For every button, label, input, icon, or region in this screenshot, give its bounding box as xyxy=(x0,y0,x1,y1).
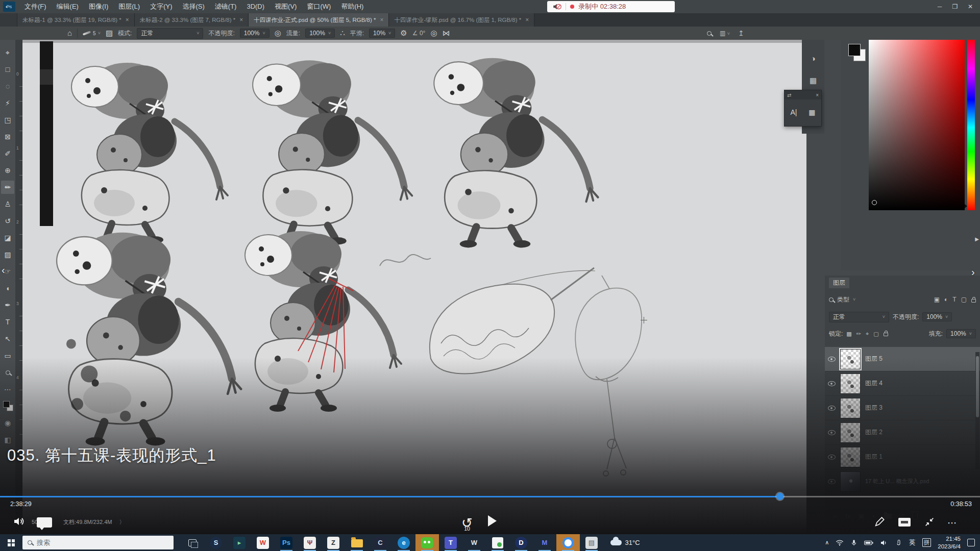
clone-stamp-tool[interactable]: ♙ xyxy=(1,197,14,211)
edge-browser[interactable]: e xyxy=(392,534,415,551)
layer-opacity-select[interactable]: 100%˅ xyxy=(922,312,952,321)
move-tool[interactable]: ⌖ xyxy=(1,46,14,59)
pressure-size-icon[interactable]: ◎ xyxy=(430,28,437,39)
wechat[interactable] xyxy=(415,534,439,551)
lasso-tool[interactable]: ◌ xyxy=(1,80,14,93)
panel-close-icon[interactable]: × xyxy=(816,92,819,98)
brush-preset-picker[interactable]: 5 ˅ xyxy=(83,31,101,36)
layer-thumbnail[interactable] xyxy=(840,373,861,394)
flow-select[interactable]: 100%˅ xyxy=(305,29,335,38)
layer-visibility-icon[interactable] xyxy=(828,381,836,386)
microphone-icon[interactable] xyxy=(850,539,857,546)
quick-mask-mode[interactable]: ◉ xyxy=(1,416,14,430)
marquee-tool[interactable]: □ xyxy=(1,63,14,76)
hue-slider[interactable] xyxy=(967,38,975,210)
layer-thumbnail[interactable] xyxy=(840,447,861,467)
lock-icon[interactable]: ✏ xyxy=(856,331,861,337)
wifi-icon[interactable] xyxy=(836,539,844,547)
more-options-icon[interactable]: ⋯ xyxy=(947,517,958,529)
menu-item[interactable]: 窗口(W) xyxy=(302,0,336,13)
document-tab[interactable]: 十四课作业-缪斯.psd @ 16.7% (图层 1, RGB/8) *× xyxy=(389,13,534,27)
grid-panel-icon[interactable]: ▦ xyxy=(810,76,817,85)
close-button[interactable]: ✕ xyxy=(963,0,978,13)
whiteboard-icon[interactable] xyxy=(898,518,911,527)
weather-widget[interactable]: 31°C xyxy=(603,534,647,551)
healing-brush-tool[interactable]: ⊕ xyxy=(1,164,14,177)
battery-icon[interactable] xyxy=(864,540,873,546)
brush-angle[interactable]: ∠ 0° xyxy=(412,30,426,37)
tray-volume-icon[interactable] xyxy=(880,539,888,546)
search-icon[interactable] xyxy=(707,31,712,36)
color-cursor[interactable] xyxy=(872,200,877,205)
panel-expand-arrow-icon[interactable]: ▶ xyxy=(975,236,979,242)
teams[interactable]: T xyxy=(439,534,462,551)
tab-close-icon[interactable]: × xyxy=(525,16,529,23)
menu-item[interactable]: 图像(I) xyxy=(84,0,113,13)
history-brush-tool[interactable]: ↺ xyxy=(1,214,14,228)
type-panel-button[interactable]: A| xyxy=(790,108,797,116)
tab-close-icon[interactable]: × xyxy=(380,16,383,23)
layer-fill-select[interactable]: 100%˅ xyxy=(946,329,976,338)
maximize-button[interactable]: ❐ xyxy=(947,0,963,13)
fg-bg-swatches[interactable] xyxy=(1,399,14,413)
layer-visibility-icon[interactable] xyxy=(828,430,836,435)
more-tools[interactable]: ⋯ xyxy=(1,383,14,396)
shape-tool[interactable]: ▭ xyxy=(1,349,14,362)
danmaku-toggle-icon[interactable] xyxy=(37,517,52,528)
layer-row[interactable]: 17 乾上 U... 概念深入.psd xyxy=(825,469,980,494)
path-select-tool[interactable]: ↖ xyxy=(1,332,14,345)
zoom-tool[interactable] xyxy=(1,366,14,379)
task-view[interactable] xyxy=(181,534,204,551)
brush-tool[interactable]: ✏ xyxy=(1,181,14,194)
m-app[interactable]: M xyxy=(533,534,556,551)
layer-filter-search-icon[interactable] xyxy=(829,297,834,302)
blend-mode-select[interactable]: 正常˅ xyxy=(137,28,203,39)
exit-fullscreen-icon[interactable] xyxy=(924,516,935,528)
collapse-left-chevron-icon[interactable]: ‹ xyxy=(2,264,5,276)
photoshop[interactable]: Ps xyxy=(275,534,298,551)
panel-swap-icon[interactable]: ⇄ xyxy=(787,92,791,98)
filter-icon[interactable]: ▢ xyxy=(961,296,967,303)
layer-thumbnail[interactable] xyxy=(840,422,861,443)
menu-item[interactable]: 滤镜(T) xyxy=(210,0,242,13)
gradient-tool[interactable]: ▨ xyxy=(1,248,14,261)
layer-row[interactable]: 图层 1 xyxy=(825,445,980,469)
goblet-app[interactable]: Ψ xyxy=(298,534,322,551)
smoothing-select[interactable]: 10%˅ xyxy=(369,29,395,38)
crop-tool[interactable]: ◳ xyxy=(1,113,14,127)
layer-blend-mode-select[interactable]: 正常˅ xyxy=(829,312,889,322)
layer-thumbnail[interactable] xyxy=(840,349,861,369)
type-tool[interactable]: T xyxy=(1,315,14,329)
menu-item[interactable]: 文件(F) xyxy=(19,0,52,13)
opacity-select[interactable]: 100%˅ xyxy=(240,29,270,38)
layers-panel-tab[interactable]: 图层 xyxy=(829,278,849,288)
symmetry-icon[interactable]: ⋈ xyxy=(442,28,450,39)
play-button[interactable] xyxy=(486,515,497,527)
filter-icon[interactable]: ▣ xyxy=(934,296,940,303)
menu-item[interactable]: 视图(V) xyxy=(270,0,302,13)
muted-speaker-icon[interactable] xyxy=(552,3,561,11)
menu-item[interactable]: 3D(D) xyxy=(241,0,270,13)
lock-icon[interactable]: ▢ xyxy=(873,331,878,337)
recorder-app[interactable] xyxy=(556,534,580,551)
pen-tool[interactable]: ✒ xyxy=(1,298,14,312)
layer-row[interactable]: 图层 3 xyxy=(825,396,980,420)
hue-slider-marker[interactable] xyxy=(965,204,967,208)
video-progress-bar[interactable] xyxy=(0,492,980,501)
pressure-opacity-icon[interactable]: ◎ xyxy=(275,28,281,39)
eraser-tool[interactable]: ◪ xyxy=(1,231,14,244)
progress-knob[interactable] xyxy=(776,493,783,500)
brush-settings-toggle-icon[interactable]: ▨ xyxy=(106,28,113,39)
saturation-brightness-field[interactable] xyxy=(869,38,965,210)
layer-thumbnail[interactable] xyxy=(840,398,861,418)
steam[interactable]: S xyxy=(204,534,228,551)
filter-lock-icon[interactable] xyxy=(971,299,976,303)
tab-close-icon[interactable]: × xyxy=(239,16,243,23)
layer-row[interactable]: 图层 4 xyxy=(825,371,980,396)
language-indicator[interactable]: 英 xyxy=(909,538,916,547)
layer-row[interactable]: 图层 5 xyxy=(825,347,980,371)
frame-tool[interactable]: ⊠ xyxy=(1,130,14,143)
volume-icon[interactable] xyxy=(12,515,26,528)
menu-item[interactable]: 帮助(H) xyxy=(336,0,369,13)
layer-visibility-icon[interactable] xyxy=(828,479,836,484)
